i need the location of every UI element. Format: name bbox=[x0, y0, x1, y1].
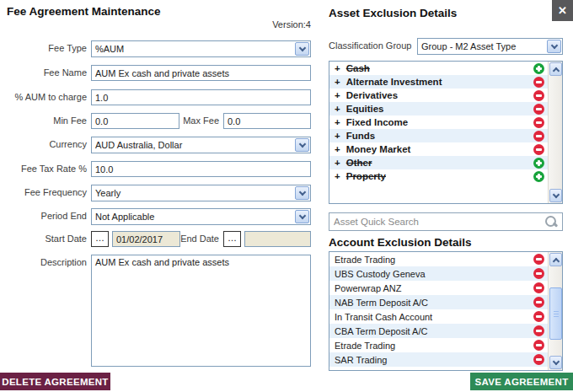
start-date-browse-button[interactable]: … bbox=[91, 231, 109, 247]
minus-circle-icon[interactable] bbox=[533, 144, 544, 155]
asset-quick-search-input[interactable] bbox=[329, 214, 544, 229]
search-icon[interactable] bbox=[544, 215, 558, 228]
plus-circle-icon[interactable] bbox=[533, 158, 544, 169]
minus-circle-icon[interactable] bbox=[533, 90, 544, 101]
account-row-label: UBS Custody Geneva bbox=[335, 269, 426, 279]
asset-list-scrollbar[interactable] bbox=[548, 62, 562, 203]
minus-circle-icon[interactable] bbox=[533, 282, 544, 293]
asset-row[interactable]: + Funds bbox=[329, 129, 548, 142]
start-date-label: Start Date bbox=[0, 234, 87, 244]
account-row-label: Powerwrap ANZ bbox=[335, 283, 401, 293]
expand-icon[interactable]: + bbox=[335, 171, 340, 181]
fee-type-select[interactable]: %AUM bbox=[91, 40, 311, 57]
minus-circle-icon[interactable] bbox=[533, 117, 544, 128]
scroll-down-icon[interactable] bbox=[549, 189, 562, 202]
fee-frequency-select[interactable]: Yearly bbox=[91, 185, 311, 201]
end-date-input[interactable] bbox=[244, 231, 311, 247]
chevron-down-icon[interactable] bbox=[295, 138, 309, 152]
max-fee-label: Max Fee bbox=[147, 115, 219, 126]
asset-row-label: Cash bbox=[346, 63, 370, 73]
account-row[interactable]: Etrade Trading bbox=[329, 252, 548, 266]
expand-icon[interactable]: + bbox=[335, 63, 340, 73]
classification-group-value: Group - M2 Asset Type bbox=[418, 41, 546, 51]
chevron-down-icon[interactable] bbox=[547, 40, 561, 53]
account-row[interactable]: SAR Trading bbox=[329, 352, 548, 367]
minus-circle-icon[interactable] bbox=[533, 268, 544, 279]
account-row[interactable]: In Transit Cash Account bbox=[329, 309, 548, 324]
asset-row[interactable]: + Derivatives bbox=[329, 89, 548, 102]
asset-row[interactable]: + Equities bbox=[329, 102, 548, 115]
minus-circle-icon[interactable] bbox=[533, 297, 544, 308]
currency-select[interactable]: AUD Australia, Dollar bbox=[91, 137, 311, 153]
asset-row-label: Property bbox=[346, 171, 386, 181]
asset-row-label: Money Market bbox=[346, 144, 411, 154]
fee-type-label: Fee Type bbox=[0, 43, 87, 53]
scroll-track[interactable] bbox=[549, 267, 562, 355]
minus-circle-icon[interactable] bbox=[533, 311, 544, 322]
expand-icon[interactable]: + bbox=[335, 158, 340, 168]
asset-row[interactable]: + Alternate Investment bbox=[329, 75, 548, 89]
expand-icon[interactable]: + bbox=[335, 104, 340, 114]
expand-icon[interactable]: + bbox=[335, 131, 340, 141]
chevron-down-icon[interactable] bbox=[295, 186, 309, 200]
scroll-down-icon[interactable] bbox=[549, 356, 562, 369]
minus-circle-icon[interactable] bbox=[533, 131, 544, 142]
plus-circle-icon[interactable] bbox=[533, 171, 544, 182]
scroll-up-icon[interactable] bbox=[549, 253, 562, 266]
fee-tax-rate-input[interactable] bbox=[91, 161, 311, 177]
delete-agreement-button[interactable]: DELETE AGREEMENT bbox=[0, 373, 110, 390]
minus-circle-icon[interactable] bbox=[533, 104, 544, 115]
expand-icon[interactable]: + bbox=[335, 90, 340, 100]
account-row-label: Etrade Trading bbox=[335, 341, 395, 351]
asset-row[interactable]: + Fixed Income bbox=[329, 115, 548, 129]
version-label: Version:4 bbox=[219, 19, 311, 30]
save-agreement-button[interactable]: SAVE AGREEMENT bbox=[470, 373, 573, 390]
account-row[interactable]: NAB Term Deposit A/C bbox=[329, 295, 548, 309]
chevron-down-icon[interactable] bbox=[295, 42, 309, 56]
aum-to-charge-input[interactable] bbox=[91, 89, 311, 105]
classification-group-select[interactable]: Group - M2 Asset Type bbox=[417, 38, 563, 55]
asset-row[interactable]: + Money Market bbox=[329, 142, 548, 156]
minus-circle-icon[interactable] bbox=[533, 325, 544, 336]
fee-frequency-label: Fee Frequency bbox=[0, 187, 87, 197]
fee-name-label: Fee Name bbox=[0, 67, 87, 78]
currency-value: AUD Australia, Dollar bbox=[92, 140, 294, 150]
end-date-browse-button[interactable]: … bbox=[223, 231, 241, 247]
asset-row[interactable]: + Property bbox=[329, 169, 548, 183]
fee-frequency-value: Yearly bbox=[92, 188, 294, 198]
asset-row-label: Other bbox=[346, 158, 372, 168]
fee-name-input[interactable] bbox=[91, 65, 311, 81]
expand-icon[interactable]: + bbox=[335, 144, 340, 154]
period-end-select[interactable]: Not Applicable bbox=[91, 208, 311, 225]
account-row-label: CBA Term Deposit A/C bbox=[335, 326, 427, 336]
close-button[interactable]: ✕ bbox=[552, 0, 573, 21]
asset-quick-search[interactable] bbox=[329, 212, 563, 231]
scroll-thumb[interactable] bbox=[549, 287, 562, 340]
expand-icon[interactable]: + bbox=[335, 117, 340, 127]
asset-row[interactable]: + Other bbox=[329, 156, 548, 169]
fee-type-value: %AUM bbox=[92, 44, 294, 54]
account-row[interactable]: Etrade Trading bbox=[329, 338, 548, 352]
fee-tax-rate-label: Fee Tax Rate % bbox=[0, 164, 87, 174]
scroll-up-icon[interactable] bbox=[549, 62, 562, 76]
account-row-label: Etrade Trading bbox=[335, 255, 395, 265]
account-exclusion-list: Etrade Trading UBS Custody Geneva Powerw… bbox=[329, 251, 563, 371]
max-fee-input[interactable] bbox=[223, 113, 311, 129]
asset-row-label: Derivatives bbox=[346, 90, 398, 100]
minus-circle-icon[interactable] bbox=[533, 354, 544, 365]
description-textarea[interactable]: AUM Ex cash and private assets bbox=[91, 255, 311, 367]
page-title: Fee Agreement Maintenance bbox=[7, 5, 161, 18]
minus-circle-icon[interactable] bbox=[533, 77, 544, 88]
account-row[interactable]: UBS Custody Geneva bbox=[329, 266, 548, 281]
asset-exclusion-title: Asset Exclusion Details bbox=[329, 7, 457, 19]
minus-circle-icon[interactable] bbox=[533, 254, 544, 265]
chevron-down-icon[interactable] bbox=[295, 210, 309, 223]
minus-circle-icon[interactable] bbox=[533, 340, 544, 351]
asset-row[interactable]: + Cash bbox=[329, 62, 548, 75]
account-row[interactable]: Powerwrap ANZ bbox=[329, 281, 548, 295]
plus-circle-icon[interactable] bbox=[533, 63, 544, 74]
account-row[interactable]: CBA Term Deposit A/C bbox=[329, 324, 548, 338]
scroll-track[interactable] bbox=[549, 77, 562, 188]
account-list-scrollbar[interactable] bbox=[548, 252, 562, 370]
expand-icon[interactable]: + bbox=[335, 77, 340, 87]
